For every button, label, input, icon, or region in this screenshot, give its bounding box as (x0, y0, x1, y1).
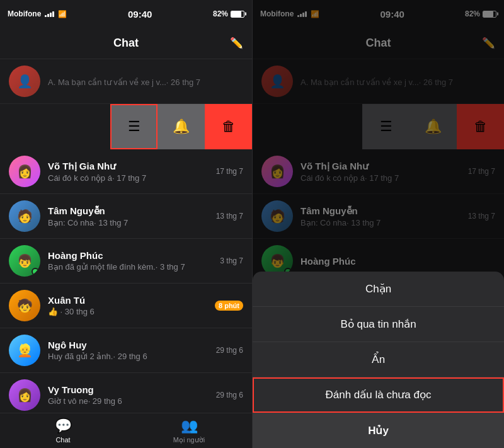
header-title-left: Chat (113, 37, 139, 50)
content-1-left: Võ Thị Gia Như Cái đó k có nộp á· 17 thg… (48, 161, 209, 183)
content-3-left: Hoàng Phúc Bạn đã gửi một file đính kèm.… (48, 250, 212, 272)
name-4-left: Xuân Tú (48, 295, 207, 306)
battery-icon-left (231, 11, 244, 18)
time-left: 09:40 (128, 9, 152, 20)
signal-bars-left (45, 11, 54, 17)
preview-2-left: Bạn: Có nha· 13 thg 7 (48, 218, 209, 227)
wifi-icon-left: 📶 (58, 10, 67, 18)
name-2-left: Tâm Nguyễn (48, 205, 209, 217)
chat-item-2-left[interactable]: 🧑 Tâm Nguyễn Bạn: Có nha· 13 thg 7 13 th… (0, 194, 252, 239)
name-3-left: Hoàng Phúc (48, 250, 212, 261)
status-right-left: 82% (213, 9, 244, 18)
context-chan[interactable]: Chặn (253, 272, 504, 307)
tab-chat-left[interactable]: 💬 Chat (0, 418, 126, 444)
top-chat-item-left[interactable]: 👤 A. Ma bạn cần tư vấn về xe j v...· 26 … (0, 59, 252, 104)
avatar-4-left: 🧒 (9, 290, 40, 321)
preview-6-left: Giờ t vô ne· 29 thg 6 (48, 396, 209, 406)
meta-3-left: 3 thg 7 (220, 256, 243, 265)
action-trash-left[interactable]: 🗑 (205, 104, 252, 149)
avatar-5-left: 👱 (9, 335, 40, 366)
preview-5-left: Huy đã gửi 2 ảnh.· 29 thg 6 (48, 352, 209, 361)
name-1-left: Võ Thị Gia Như (48, 161, 209, 172)
action-bell-left[interactable]: 🔔 (158, 104, 205, 149)
time-5-left: 29 thg 6 (216, 346, 243, 355)
meta-2-left: 13 thg 7 (216, 212, 243, 221)
name-6-left: Vy Truong (48, 384, 209, 395)
context-an[interactable]: Ẩn (253, 342, 504, 377)
status-bar-left: Mobifone 📶 09:40 82% (0, 0, 252, 28)
tab-bar-left: 💬 Chat 👥 Mọi người (0, 413, 252, 448)
people-icon-left: 👥 (181, 418, 198, 434)
carrier-left: Mobifone (8, 9, 41, 18)
tab-people-left[interactable]: 👥 Mọi người (126, 418, 252, 444)
badge-4-left: 8 phút (215, 301, 243, 311)
chat-icon-left: 💬 (55, 418, 72, 434)
header-left: Chat ✏️ (0, 28, 252, 59)
avatar-6-left: 👩 (9, 379, 40, 411)
time-6-left: 29 thg 6 (216, 391, 243, 399)
time-3-left: 3 thg 7 (220, 256, 243, 265)
action-menu-left[interactable]: ☰ (110, 104, 158, 149)
avatar-3-left: 👦 (9, 245, 40, 277)
chat-label-left: Chat (55, 436, 70, 444)
preview-3-left: Bạn đã gửi một file đính kèm.· 3 thg 7 (48, 262, 212, 272)
preview-4-left: 👍 · 30 thg 6 (48, 307, 207, 316)
online-dot-3-left (32, 268, 39, 275)
chat-item-6-left[interactable]: 👩 Vy Truong Giờ t vô ne· 29 thg 6 29 thg… (0, 373, 252, 413)
chat-item-1-left[interactable]: 👩 Võ Thị Gia Như Cái đó k có nộp á· 17 t… (0, 149, 252, 194)
context-bo-qua[interactable]: Bỏ qua tin nhắn (253, 307, 504, 342)
preview-1-left: Cái đó k có nộp á· 17 thg 7 (48, 173, 209, 183)
avatar-2-left: 🧑 (9, 200, 40, 232)
context-huy[interactable]: Hủy (253, 413, 504, 448)
battery-pct-left: 82% (213, 9, 228, 18)
context-danh-dau[interactable]: Đánh dấu là chưa đọc (253, 377, 504, 413)
time-1-left: 17 thg 7 (216, 167, 243, 176)
people-label-left: Mọi người (173, 436, 205, 444)
top-avatar-left: 👤 (9, 66, 40, 97)
swipe-actions-left: ☰ 🔔 🗑 (110, 104, 252, 149)
right-panel: Mobifone 📶 09:40 82% Chat ✏️ 👤 A. Ma bạn… (252, 0, 504, 448)
meta-4-left: 8 phút (215, 301, 243, 311)
edit-button-left[interactable]: ✏️ (230, 37, 243, 50)
chat-item-3-left[interactable]: 👦 Hoàng Phúc Bạn đã gửi một file đính kè… (0, 239, 252, 284)
avatar-1-left: 👩 (9, 156, 40, 187)
content-2-left: Tâm Nguyễn Bạn: Có nha· 13 thg 7 (48, 205, 209, 227)
meta-6-left: 29 thg 6 (216, 391, 243, 399)
status-left: Mobifone 📶 (8, 9, 67, 18)
context-menu: Chặn Bỏ qua tin nhắn Ẩn Đánh dấu là chưa… (253, 272, 504, 448)
left-panel: Mobifone 📶 09:40 82% Chat ✏️ 👤 A. Ma bạn… (0, 0, 252, 448)
chat-item-4-left[interactable]: 🧒 Xuân Tú 👍 · 30 thg 6 8 phút (0, 284, 252, 328)
meta-1-left: 17 thg 7 (216, 167, 243, 176)
top-preview-left: A. Ma bạn cần tư vấn về xe j v...· 26 th… (48, 78, 243, 87)
time-2-left: 13 thg 7 (216, 212, 243, 221)
chat-list-left: 👩 Võ Thị Gia Như Cái đó k có nộp á· 17 t… (0, 149, 252, 413)
meta-5-left: 29 thg 6 (216, 346, 243, 355)
name-5-left: Ngô Huy (48, 340, 209, 350)
chat-item-5-left[interactable]: 👱 Ngô Huy Huy đã gửi 2 ảnh.· 29 thg 6 29… (0, 328, 252, 373)
content-5-left: Ngô Huy Huy đã gửi 2 ảnh.· 29 thg 6 (48, 340, 209, 361)
content-4-left: Xuân Tú 👍 · 30 thg 6 (48, 295, 207, 316)
context-overlay[interactable]: Chặn Bỏ qua tin nhắn Ẩn Đánh dấu là chưa… (253, 0, 504, 448)
top-chat-content-left: A. Ma bạn cần tư vấn về xe j v...· 26 th… (48, 76, 243, 87)
content-6-left: Vy Truong Giờ t vô ne· 29 thg 6 (48, 384, 209, 406)
swipe-row-left[interactable]: 👤 ên · 17 thg 7 ☰ 🔔 🗑 (0, 104, 252, 149)
